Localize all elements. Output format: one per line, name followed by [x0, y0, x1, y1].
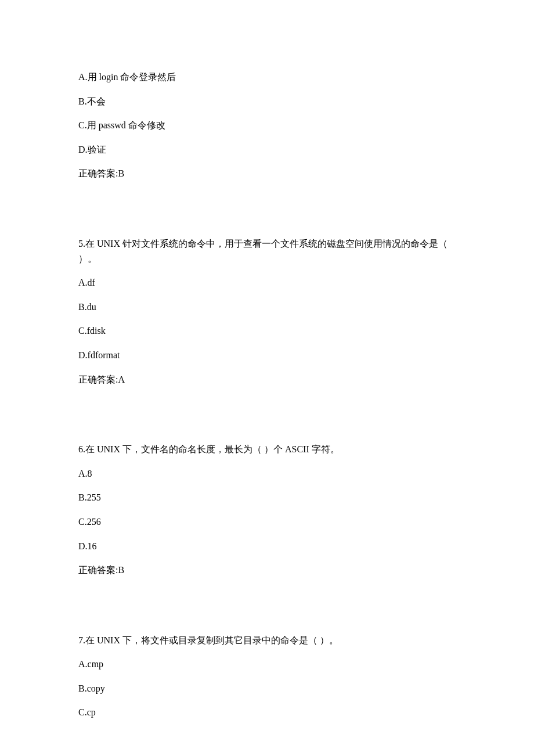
question-7-block: 7.在 UNIX 下，将文件或目录复制到其它目录中的命令是（ ）。 A.cmp …	[78, 633, 456, 720]
option-c: C.cp	[78, 705, 456, 720]
option-d: D.16	[78, 539, 456, 554]
correct-answer: 正确答案:B	[78, 563, 456, 578]
option-a: A.df	[78, 275, 456, 290]
option-d: D.验证	[78, 142, 456, 157]
option-a: A.cmp	[78, 657, 456, 672]
option-c: C.用 passwd 命令修改	[78, 118, 456, 133]
option-b: B.不会	[78, 94, 456, 109]
question-text: 7.在 UNIX 下，将文件或目录复制到其它目录中的命令是（ ）。	[78, 633, 456, 648]
option-b: B.du	[78, 300, 456, 315]
correct-answer: 正确答案:B	[78, 166, 456, 181]
option-b: B.copy	[78, 681, 456, 696]
correct-answer: 正确答案:A	[78, 372, 456, 387]
question-text: 5.在 UNIX 针对文件系统的命令中，用于查看一个文件系统的磁盘空间使用情况的…	[78, 236, 456, 266]
option-a: A.8	[78, 466, 456, 481]
option-a: A.用 login 命令登录然后	[78, 70, 456, 85]
option-c: C.fdisk	[78, 323, 456, 339]
question-5-block: 5.在 UNIX 针对文件系统的命令中，用于查看一个文件系统的磁盘空间使用情况的…	[78, 236, 456, 387]
option-c: C.256	[78, 514, 456, 530]
question-text: 6.在 UNIX 下，文件名的命名长度，最长为（ ）个 ASCII 字符。	[78, 442, 456, 457]
option-d: D.fdformat	[78, 348, 456, 363]
question-6-block: 6.在 UNIX 下，文件名的命名长度，最长为（ ）个 ASCII 字符。 A.…	[78, 442, 456, 578]
partial-question-block: A.用 login 命令登录然后 B.不会 C.用 passwd 命令修改 D.…	[78, 70, 456, 181]
option-b: B.255	[78, 490, 456, 505]
